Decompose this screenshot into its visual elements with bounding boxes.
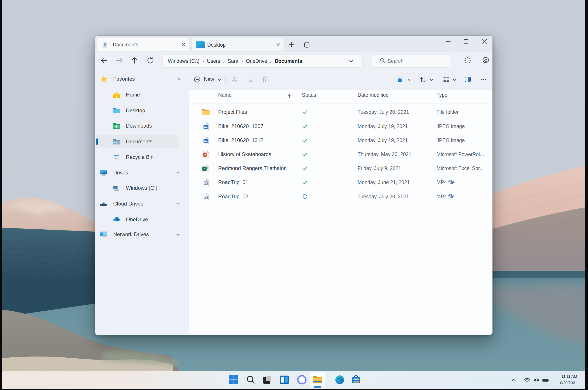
svg-text:P: P <box>204 153 206 157</box>
svg-text:X: X <box>203 167 206 171</box>
